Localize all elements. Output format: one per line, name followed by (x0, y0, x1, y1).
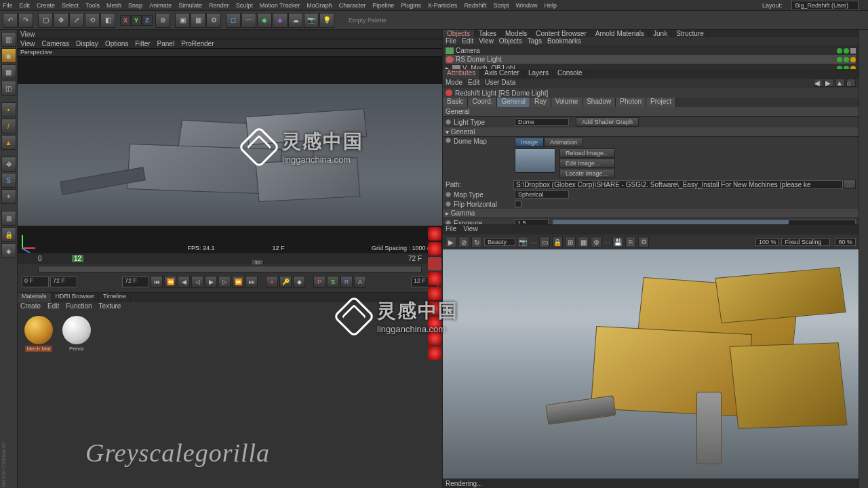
object-camera[interactable]: Camera (446, 46, 856, 55)
rotate-tool[interactable]: ⟲ (85, 13, 100, 28)
reload-image-button[interactable]: Reload Image... (559, 148, 615, 158)
edit-image-button[interactable]: Edit Image... (559, 159, 615, 168)
render-pict-button[interactable]: ▦ (191, 13, 205, 28)
tab-models[interactable]: Models (501, 30, 532, 37)
tab-takes[interactable]: Takes (475, 30, 501, 37)
vp-menu-cameras[interactable]: Cameras (42, 40, 70, 47)
goto-end-button[interactable]: ⏭ (245, 276, 258, 288)
prev-frame-button[interactable]: ◀ (178, 276, 190, 288)
menu-window[interactable]: Window (515, 2, 537, 9)
mat-menu-texture[interactable]: Texture (99, 302, 121, 312)
menu-animate[interactable]: Animate (149, 2, 172, 9)
points-mode-button[interactable]: • (1, 102, 16, 117)
keyframe-sel-button[interactable]: ◆ (293, 276, 305, 288)
object-rs-dome-light[interactable]: RS Dome Light (446, 55, 856, 64)
play-back-button[interactable]: ◁ (191, 276, 203, 288)
record-button[interactable]: ● (266, 276, 278, 288)
timeline-range[interactable] (18, 264, 442, 274)
obj-menu-file[interactable]: File (446, 37, 456, 45)
key-rot-button[interactable]: R (340, 276, 353, 288)
play-forward-button[interactable]: ▶ (205, 276, 217, 288)
menu-file[interactable]: File (3, 2, 13, 9)
vp-menu-display[interactable]: Display (76, 40, 98, 47)
goto-nextkey-button[interactable]: ⏩ (232, 276, 244, 288)
viewport-solo-button[interactable]: S (1, 173, 16, 188)
renderview-image[interactable] (443, 249, 859, 479)
texture-mode-button[interactable]: ▦ (1, 64, 16, 79)
edges-mode-button[interactable]: / (1, 119, 16, 134)
menu-help[interactable]: Help (544, 2, 557, 9)
render-view-button[interactable]: ▣ (175, 13, 190, 28)
tab-content-browser[interactable]: Content Browser (532, 30, 591, 37)
polys-mode-button[interactable]: ▲ (1, 135, 16, 150)
subtab-coord[interactable]: Coord. (468, 98, 497, 107)
camera-button[interactable]: 📷 (304, 13, 319, 28)
rv-zoom-input[interactable]: 100 % (755, 238, 780, 246)
subtab-project[interactable]: Project (646, 98, 676, 107)
flip-radio[interactable] (446, 201, 451, 207)
workplane-mode-button[interactable]: ◫ (1, 81, 16, 96)
obj-menu-objects[interactable]: Objects (499, 37, 522, 45)
tab-objects[interactable]: Objects (443, 30, 475, 37)
attr-nav-fwd[interactable]: ▶ (825, 79, 834, 87)
dome-map-radio[interactable] (446, 138, 451, 143)
exposure-input[interactable]: 1.5 (515, 219, 549, 224)
rv-copy-button[interactable]: ⎘ (625, 237, 636, 247)
menu-script[interactable]: Script (493, 2, 509, 9)
map-type-dropdown[interactable]: Spherical (515, 190, 569, 199)
rv-icon-6[interactable] (428, 302, 441, 315)
attr-nav-home[interactable]: ⌂ (846, 79, 856, 87)
attr-nav-up[interactable]: ▲ (835, 79, 845, 87)
key-param-button[interactable]: A (354, 276, 366, 288)
visibility-dot[interactable] (837, 57, 842, 62)
material-mech[interactable]: Mech Mat (22, 316, 56, 352)
rv-stop-button[interactable]: ⊘ (458, 237, 469, 247)
workplane-button[interactable]: ⊞ (1, 211, 16, 226)
vp-menu-filter[interactable]: Filter (135, 40, 150, 47)
rv-lock-button[interactable]: 🔒 (552, 237, 563, 247)
subtab-basic[interactable]: Basic (443, 98, 468, 107)
layout-dropdown[interactable]: Big_Redshift (User) (791, 1, 859, 10)
vp-menu-view[interactable]: View (20, 40, 35, 47)
tab-junk[interactable]: Junk (649, 30, 672, 37)
last-tool[interactable]: ◧ (100, 13, 115, 28)
snap-button[interactable]: ⌖ (1, 189, 16, 204)
rv-bucket-icon[interactable]: ▦ (578, 237, 589, 247)
menu-mesh[interactable]: Mesh (106, 2, 121, 9)
vp-menu-options[interactable]: Options (105, 40, 128, 47)
exposure-radio[interactable] (446, 220, 451, 224)
menu-motiontracker[interactable]: Motion Tracker (260, 2, 300, 9)
planar-workplane-button[interactable]: ◈ (1, 243, 16, 258)
coord-system-button[interactable]: ⊕ (155, 13, 170, 28)
timeline-ruler[interactable]: 0 12 30 72 F (18, 253, 442, 264)
tl-playhead[interactable]: 12 (72, 255, 83, 262)
rv-grid-icon[interactable]: ⊞ (565, 237, 576, 247)
render-dot[interactable] (844, 48, 849, 54)
attr-menu-mode[interactable]: Mode (446, 79, 462, 88)
rv-snapshot-button[interactable]: 📷 (517, 237, 528, 247)
render-dot[interactable] (844, 57, 849, 62)
key-pos-button[interactable]: P (313, 276, 326, 288)
vp-menu-panel[interactable]: Panel (157, 40, 175, 47)
rv-aov-dropdown[interactable]: Beauty (484, 238, 515, 246)
dome-tab-image[interactable]: Image (515, 138, 544, 147)
rv-history-button[interactable]: ⧉ (638, 237, 649, 247)
deform-button[interactable]: ◈ (273, 13, 288, 28)
subtab-photon[interactable]: Photon (616, 98, 646, 107)
material-previz[interactable]: Previz (60, 316, 94, 352)
path-browse-button[interactable]: … (843, 180, 856, 189)
tab-materials[interactable]: Materials (18, 293, 52, 302)
obj-menu-bookmarks[interactable]: Bookmarks (547, 37, 581, 45)
autokey-button[interactable]: 🔑 (279, 276, 292, 288)
menu-xparticles[interactable]: X-Particles (428, 2, 458, 9)
scale-tool[interactable]: ⤢ (69, 13, 84, 28)
tab-hdri[interactable]: HDRI Browser (52, 293, 100, 302)
rv-icon-3[interactable] (428, 257, 441, 270)
mat-menu-create[interactable]: Create (20, 302, 41, 312)
menu-snap[interactable]: Snap (128, 2, 142, 9)
path-input[interactable]: S:\Dropbox (Globex Corp)\SHARE - GSG\2. … (513, 180, 843, 189)
rv-save-button[interactable]: 💾 (612, 237, 623, 247)
locate-image-button[interactable]: Locate Image... (559, 169, 615, 178)
attr-nav-back[interactable]: ◀ (814, 79, 823, 87)
environment-button[interactable]: ☁ (288, 13, 303, 28)
